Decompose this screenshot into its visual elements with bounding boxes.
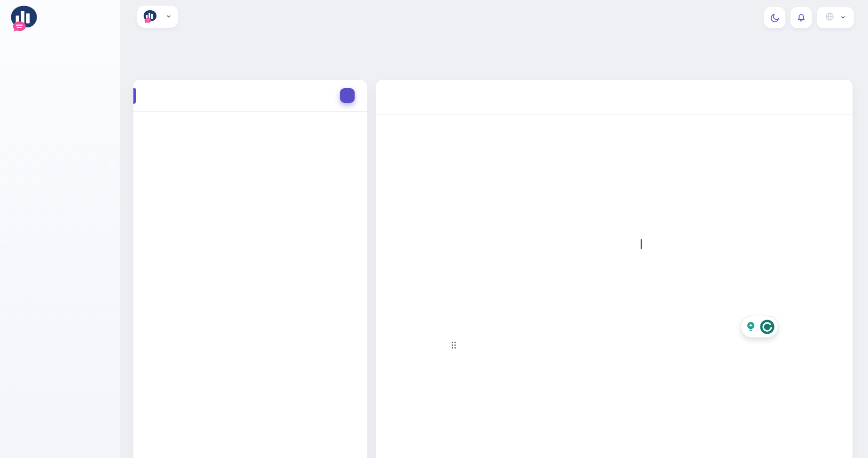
drag-handle-icon[interactable] bbox=[450, 341, 457, 351]
globe-icon bbox=[825, 12, 835, 23]
notifications-button[interactable] bbox=[790, 7, 812, 28]
moon-icon bbox=[770, 13, 780, 23]
lightbulb-icon[interactable] bbox=[744, 321, 757, 333]
dark-mode-toggle[interactable] bbox=[764, 7, 785, 28]
document-editor[interactable] bbox=[463, 144, 770, 157]
chevron-down-icon bbox=[166, 13, 171, 21]
bell-icon bbox=[796, 13, 806, 23]
language-selector[interactable] bbox=[817, 7, 854, 28]
menu-panel bbox=[133, 80, 367, 458]
accent-bar bbox=[133, 88, 136, 104]
add-menu-button[interactable] bbox=[340, 88, 355, 103]
brand-logo[interactable] bbox=[9, 5, 44, 32]
menu-list bbox=[133, 112, 367, 116]
text-caret bbox=[641, 239, 642, 249]
admin-avatar-icon bbox=[143, 10, 157, 23]
chevron-down-icon bbox=[840, 14, 846, 22]
grammar-widget[interactable] bbox=[741, 316, 778, 338]
brand-logo-icon bbox=[9, 5, 39, 32]
app-root bbox=[0, 0, 868, 458]
admin-menu-button[interactable] bbox=[137, 6, 178, 28]
document-panel-header bbox=[376, 80, 852, 114]
document-panel bbox=[376, 80, 852, 458]
menu-panel-header bbox=[133, 80, 367, 112]
sidebar bbox=[0, 0, 120, 458]
progress-circle-icon[interactable] bbox=[760, 319, 775, 335]
